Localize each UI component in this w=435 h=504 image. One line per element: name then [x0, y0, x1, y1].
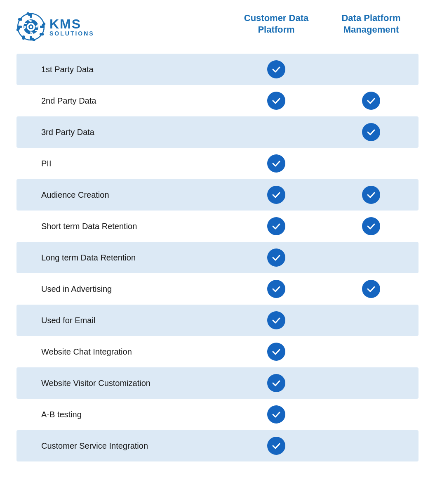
- col-header-dpm: Data PlatformManagement: [324, 12, 419, 35]
- row-label: Long term Data Retention: [16, 253, 229, 263]
- check-icon: [267, 186, 285, 204]
- header: KMS SOLUTIONS Customer DataPlatform Data…: [16, 12, 419, 41]
- check-icon: [267, 343, 285, 361]
- cell-dpm-5: [324, 217, 419, 235]
- row-label: Short term Data Retention: [16, 222, 229, 231]
- cell-dpm-9: [324, 343, 419, 361]
- svg-rect-10: [18, 18, 22, 21]
- check-icon: [267, 374, 285, 392]
- cell-cdp-3: [229, 154, 324, 173]
- table-row: Customer Service Integration: [16, 430, 419, 461]
- cell-cdp-7: [229, 280, 324, 298]
- row-label: 3rd Party Data: [16, 128, 229, 137]
- table-row: PII: [16, 148, 419, 179]
- cell-dpm-4: [324, 186, 419, 204]
- logo-area: KMS SOLUTIONS: [16, 12, 107, 41]
- table-row: Used for Email: [16, 305, 419, 336]
- cell-dpm-10: [324, 374, 419, 392]
- cell-dpm-1: [324, 92, 419, 110]
- cell-cdp-1: [229, 92, 324, 110]
- row-label: PII: [16, 159, 229, 168]
- row-label: Used in Advertising: [16, 284, 229, 294]
- kms-logo-icon: [16, 12, 45, 41]
- cell-cdp-12: [229, 437, 324, 455]
- check-icon: [267, 311, 285, 329]
- table-area: 1st Party Data 2nd Party Data 3rd Party …: [16, 54, 419, 461]
- cell-dpm-0: [324, 60, 419, 78]
- check-icon: [267, 60, 285, 78]
- cell-cdp-11: [229, 405, 324, 424]
- check-icon: [267, 248, 285, 267]
- row-label: 1st Party Data: [16, 65, 229, 74]
- cell-dpm-8: [324, 311, 419, 329]
- check-icon: [362, 92, 380, 110]
- cell-dpm-11: [324, 405, 419, 424]
- cell-cdp-9: [229, 343, 324, 361]
- table-row: Audience Creation: [16, 179, 419, 211]
- table-row: 2nd Party Data: [16, 85, 419, 116]
- table-row: Used in Advertising: [16, 273, 419, 305]
- check-icon: [362, 280, 380, 298]
- cell-dpm-12: [324, 437, 419, 455]
- row-label: 2nd Party Data: [16, 96, 229, 106]
- cell-dpm-7: [324, 280, 419, 298]
- cell-cdp-4: [229, 186, 324, 204]
- check-icon: [362, 186, 380, 204]
- row-label: A-B testing: [16, 410, 229, 419]
- row-label: Used for Email: [16, 316, 229, 325]
- table-row: 3rd Party Data: [16, 116, 419, 148]
- table-row: Website Chat Integration: [16, 336, 419, 367]
- check-icon: [267, 405, 285, 424]
- row-label: Audience Creation: [16, 190, 229, 200]
- svg-rect-22: [24, 23, 27, 24]
- table-row: A-B testing: [16, 399, 419, 430]
- cell-cdp-10: [229, 374, 324, 392]
- logo-kms: KMS: [49, 17, 94, 31]
- svg-point-25: [30, 26, 32, 28]
- cell-cdp-6: [229, 248, 324, 267]
- check-icon: [267, 154, 285, 173]
- column-headers: Customer DataPlatform Data PlatformManag…: [107, 12, 419, 35]
- row-label: Website Visitor Customization: [16, 379, 229, 388]
- check-icon: [267, 217, 285, 235]
- check-icon: [267, 437, 285, 455]
- check-icon: [267, 280, 285, 298]
- col-header-cdp: Customer DataPlatform: [229, 12, 324, 35]
- table-row: Short term Data Retention: [16, 211, 419, 242]
- cell-cdp-8: [229, 311, 324, 329]
- table-row: Website Visitor Customization: [16, 367, 419, 399]
- logo-solutions: SOLUTIONS: [49, 31, 94, 36]
- table-row: Long term Data Retention: [16, 242, 419, 273]
- cell-cdp-2: [229, 123, 324, 141]
- row-label: Website Chat Integration: [16, 347, 229, 357]
- check-icon: [267, 92, 285, 110]
- page-container: KMS SOLUTIONS Customer DataPlatform Data…: [0, 0, 435, 504]
- cell-dpm-6: [324, 248, 419, 267]
- check-icon: [362, 217, 380, 235]
- cell-cdp-0: [229, 60, 324, 78]
- check-icon: [362, 123, 380, 141]
- cell-dpm-2: [324, 123, 419, 141]
- logo-text: KMS SOLUTIONS: [49, 17, 94, 36]
- row-label: Customer Service Integration: [16, 441, 229, 451]
- cell-dpm-3: [324, 154, 419, 173]
- svg-rect-6: [40, 33, 44, 35]
- svg-rect-8: [22, 35, 25, 40]
- table-row: 1st Party Data: [16, 54, 419, 85]
- cell-cdp-5: [229, 217, 324, 235]
- svg-rect-19: [35, 30, 38, 31]
